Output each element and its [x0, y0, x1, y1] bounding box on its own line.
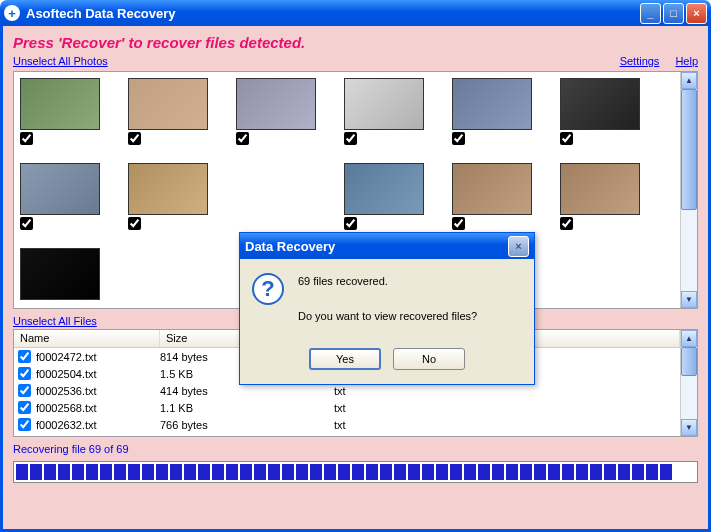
photo-checkbox[interactable]	[128, 132, 141, 145]
photo-checkbox[interactable]	[560, 217, 573, 230]
settings-link[interactable]: Settings	[620, 55, 660, 67]
scroll-thumb[interactable]	[681, 347, 697, 376]
progress-segment	[30, 464, 42, 480]
progress-segment	[212, 464, 224, 480]
photo-checkbox[interactable]	[128, 217, 141, 230]
photo-item[interactable]	[128, 163, 208, 230]
close-button[interactable]: ×	[686, 3, 707, 24]
no-button[interactable]: No	[393, 348, 465, 370]
photo-item[interactable]	[344, 163, 424, 230]
scroll-up-icon[interactable]: ▲	[681, 72, 697, 89]
file-scrollbar[interactable]: ▲ ▼	[680, 330, 697, 436]
table-row[interactable]: f0002632.txt766 bytestxt	[14, 416, 680, 433]
progress-segment	[86, 464, 98, 480]
dialog-close-button[interactable]: ×	[508, 236, 529, 257]
photo-checkbox[interactable]	[20, 217, 33, 230]
photo-item[interactable]	[20, 78, 100, 145]
photo-thumbnail	[452, 163, 532, 215]
file-checkbox[interactable]	[18, 401, 31, 414]
photo-checkbox[interactable]	[20, 132, 33, 145]
photo-checkbox[interactable]	[236, 132, 249, 145]
file-name: f0002568.txt	[36, 402, 160, 414]
photo-checkbox[interactable]	[452, 132, 465, 145]
photo-checkbox[interactable]	[344, 132, 357, 145]
file-checkbox[interactable]	[18, 350, 31, 363]
yes-button[interactable]: Yes	[309, 348, 381, 370]
window-controls: _ □ ×	[640, 3, 707, 24]
photo-item[interactable]	[236, 78, 316, 145]
photo-thumbnail	[560, 163, 640, 215]
progress-segment	[478, 464, 490, 480]
photo-thumbnail	[128, 78, 208, 130]
progress-segment	[324, 464, 336, 480]
progress-segment	[72, 464, 84, 480]
photo-item[interactable]	[452, 78, 532, 145]
content-area: Press 'Recover' to recover files detecte…	[0, 26, 711, 532]
progress-segment	[170, 464, 182, 480]
titlebar: + Asoftech Data Recovery _ □ ×	[0, 0, 711, 26]
file-name: f0002536.txt	[36, 385, 160, 397]
table-row[interactable]: f0002568.txt1.1 KBtxt	[14, 399, 680, 416]
dialog-message: 69 files recovered. Do you want to view …	[298, 273, 477, 326]
progress-segment	[16, 464, 28, 480]
scroll-up-icon[interactable]: ▲	[681, 330, 697, 347]
file-checkbox[interactable]	[18, 418, 31, 431]
photo-checkbox[interactable]	[452, 217, 465, 230]
progress-segment	[226, 464, 238, 480]
progress-segment	[660, 464, 672, 480]
photo-checkbox[interactable]	[344, 217, 357, 230]
progress-segment	[338, 464, 350, 480]
file-size: 1.1 KB	[160, 402, 334, 414]
photo-item[interactable]	[128, 78, 208, 145]
scroll-down-icon[interactable]: ▼	[681, 419, 697, 436]
file-name: f0002632.txt	[36, 419, 160, 431]
minimize-button[interactable]: _	[640, 3, 661, 24]
photo-item[interactable]	[560, 78, 640, 145]
question-icon: ?	[252, 273, 284, 305]
photo-thumbnail	[560, 78, 640, 130]
file-checkbox[interactable]	[18, 367, 31, 380]
photo-item[interactable]	[20, 163, 100, 230]
col-name[interactable]: Name	[14, 330, 160, 347]
progress-segment	[394, 464, 406, 480]
progress-segment	[156, 464, 168, 480]
photo-item[interactable]	[344, 78, 424, 145]
progress-segment	[128, 464, 140, 480]
unselect-photos-link[interactable]: Unselect All Photos	[13, 55, 108, 67]
progress-segment	[282, 464, 294, 480]
dialog-line2: Do you want to view recovered files?	[298, 308, 477, 326]
photo-thumbnail	[344, 78, 424, 130]
progress-segment	[142, 464, 154, 480]
scroll-down-icon[interactable]: ▼	[681, 291, 697, 308]
scroll-track[interactable]	[681, 347, 697, 419]
photo-item[interactable]	[560, 163, 640, 230]
scroll-thumb[interactable]	[681, 89, 697, 210]
photo-item[interactable]	[452, 163, 532, 230]
file-name: f0002504.txt	[36, 368, 160, 380]
progress-segment	[618, 464, 630, 480]
maximize-button[interactable]: □	[663, 3, 684, 24]
progress-segment	[534, 464, 546, 480]
progress-segment	[464, 464, 476, 480]
progress-segment	[576, 464, 588, 480]
recovery-dialog: Data Recovery × ? 69 files recovered. Do…	[239, 232, 535, 385]
progress-segment	[520, 464, 532, 480]
instruction-text: Press 'Recover' to recover files detecte…	[13, 34, 698, 51]
progress-segment	[548, 464, 560, 480]
progress-segment	[422, 464, 434, 480]
progress-segment	[506, 464, 518, 480]
progress-segment	[646, 464, 658, 480]
file-checkbox[interactable]	[18, 384, 31, 397]
progress-bar	[13, 461, 698, 483]
photo-checkbox[interactable]	[560, 132, 573, 145]
progress-segment	[562, 464, 574, 480]
photo-item[interactable]	[20, 248, 100, 300]
unselect-files-link[interactable]: Unselect All Files	[13, 315, 97, 327]
photo-thumbnail	[20, 248, 100, 300]
photo-thumbnail	[128, 163, 208, 215]
scroll-track[interactable]	[681, 89, 697, 291]
progress-segment	[408, 464, 420, 480]
photo-scrollbar[interactable]: ▲ ▼	[680, 72, 697, 308]
help-link[interactable]: Help	[675, 55, 698, 67]
progress-segment	[198, 464, 210, 480]
